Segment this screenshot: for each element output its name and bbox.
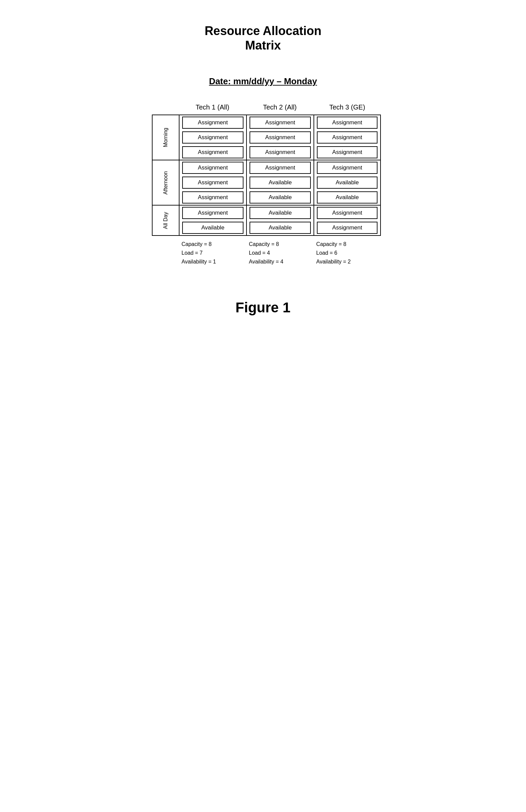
cell-d2-t1[interactable]: Available <box>182 222 243 234</box>
figure-label: Figure 1 <box>235 300 290 316</box>
stats-tech1: Capacity = 8 Load = 7 Availability = 1 <box>179 240 246 266</box>
stats-tech2-load: Load = 4 <box>249 249 314 257</box>
cell-m1-t2[interactable]: Assignment <box>250 117 311 129</box>
afternoon-group-col2: Assignment Available Available <box>247 160 314 205</box>
date-heading: Date: mm/dd/yy – Monday <box>209 76 317 87</box>
grid-columns: Assignment Assignment Assignment Assignm… <box>179 115 381 236</box>
cell-d2-t3[interactable]: Assignment <box>317 222 377 234</box>
stats-tech3-availability: Availability = 2 <box>316 257 381 266</box>
morning-group-col2: Assignment Assignment Assignment <box>247 115 314 160</box>
grid-column-1: Assignment Assignment Assignment Assignm… <box>179 115 246 236</box>
page: Resource Allocation Matrix Date: mm/dd/y… <box>132 14 394 316</box>
cell-d1-t3[interactable]: Assignment <box>317 207 377 219</box>
stats-row: Capacity = 8 Load = 7 Availability = 1 C… <box>179 240 381 266</box>
allday-group-col2: Available Available <box>247 205 314 236</box>
cell-a2-t3[interactable]: Available <box>317 176 377 189</box>
matrix-area: Tech 1 (All) Tech 2 (All) Tech 3 (GE) Mo… <box>132 103 394 266</box>
row-group-morning: Morning <box>152 115 179 160</box>
cell-m3-t3[interactable]: Assignment <box>317 146 377 158</box>
cell-d1-t2[interactable]: Available <box>250 207 311 219</box>
tech-headers: Tech 1 (All) Tech 2 (All) Tech 3 (GE) <box>179 103 381 111</box>
cell-a2-t1[interactable]: Assignment <box>182 176 243 189</box>
cell-m3-t2[interactable]: Assignment <box>250 146 311 158</box>
afternoon-group-col3: Assignment Available Available <box>314 160 380 205</box>
stats-tech1-availability: Availability = 1 <box>181 257 246 266</box>
morning-group-col3: Assignment Assignment Assignment <box>314 115 380 160</box>
page-title: Resource Allocation Matrix <box>205 24 321 53</box>
cell-a2-t2[interactable]: Available <box>250 176 311 189</box>
stats-tech2: Capacity = 8 Load = 4 Availability = 4 <box>246 240 314 266</box>
cell-m3-t1[interactable]: Assignment <box>182 146 243 158</box>
row-group-afternoon: Afternoon <box>152 160 179 205</box>
cell-a3-t2[interactable]: Available <box>250 191 311 203</box>
cell-a1-t1[interactable]: Assignment <box>182 162 243 174</box>
stats-tech1-load: Load = 7 <box>181 249 246 257</box>
grid-column-3: Assignment Assignment Assignment Assignm… <box>314 115 381 236</box>
cell-a3-t1[interactable]: Assignment <box>182 191 243 203</box>
allday-group-col1: Assignment Available <box>180 205 246 236</box>
row-label-morning: Morning <box>163 125 169 150</box>
row-label-afternoon: Afternoon <box>163 169 169 197</box>
cell-d1-t1[interactable]: Assignment <box>182 207 243 219</box>
cell-a1-t3[interactable]: Assignment <box>317 162 377 174</box>
row-group-allday: All Day <box>152 205 179 235</box>
cell-m2-t3[interactable]: Assignment <box>317 131 377 144</box>
grid-column-2: Assignment Assignment Assignment Assignm… <box>246 115 314 236</box>
stats-tech3: Capacity = 8 Load = 6 Availability = 2 <box>314 240 381 266</box>
stats-tech3-capacity: Capacity = 8 <box>316 240 381 249</box>
tech-header-1: Tech 1 (All) <box>179 103 246 111</box>
tech-header-2: Tech 2 (All) <box>246 103 314 111</box>
cell-m1-t3[interactable]: Assignment <box>317 117 377 129</box>
row-labels: Morning Afternoon All Day <box>152 115 179 236</box>
row-label-allday: All Day <box>163 209 169 232</box>
matrix-body: Morning Afternoon All Day Assignment Ass… <box>152 115 381 236</box>
cell-a1-t2[interactable]: Assignment <box>250 162 311 174</box>
afternoon-group-col1: Assignment Assignment Assignment <box>180 160 246 205</box>
tech-header-3: Tech 3 (GE) <box>314 103 381 111</box>
stats-tech2-capacity: Capacity = 8 <box>249 240 314 249</box>
cell-a3-t3[interactable]: Available <box>317 191 377 203</box>
cell-m2-t2[interactable]: Assignment <box>250 131 311 144</box>
stats-tech3-load: Load = 6 <box>316 249 381 257</box>
cell-d2-t2[interactable]: Available <box>250 222 311 234</box>
morning-group-col1: Assignment Assignment Assignment <box>180 115 246 160</box>
cell-m2-t1[interactable]: Assignment <box>182 131 243 144</box>
cell-m1-t1[interactable]: Assignment <box>182 117 243 129</box>
stats-tech1-capacity: Capacity = 8 <box>181 240 246 249</box>
allday-group-col3: Assignment Assignment <box>314 205 380 236</box>
stats-tech2-availability: Availability = 4 <box>249 257 314 266</box>
